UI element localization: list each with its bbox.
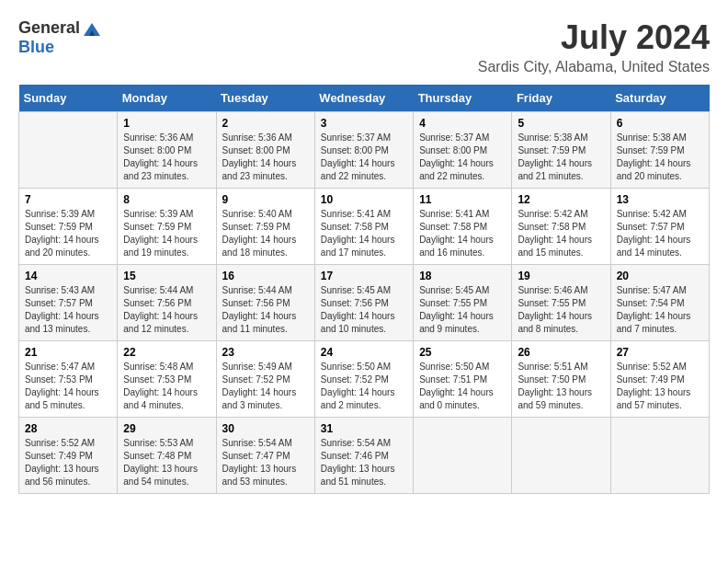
calendar-cell: 7Sunrise: 5:39 AM Sunset: 7:59 PM Daylig… [19,189,118,265]
day-info: Sunrise: 5:43 AM Sunset: 7:57 PM Dayligh… [25,284,111,336]
logo: General Blue [18,18,102,57]
day-info: Sunrise: 5:54 AM Sunset: 7:47 PM Dayligh… [222,437,309,488]
calendar-cell: 29Sunrise: 5:53 AM Sunset: 7:48 PM Dayli… [118,418,216,494]
day-number: 8 [123,193,210,206]
day-number: 14 [25,270,111,282]
logo-icon [82,21,102,38]
day-info: Sunrise: 5:49 AM Sunset: 7:52 PM Dayligh… [222,361,309,412]
day-info: Sunrise: 5:53 AM Sunset: 7:48 PM Dayligh… [123,437,210,488]
day-info: Sunrise: 5:39 AM Sunset: 7:59 PM Dayligh… [123,208,210,259]
day-number: 31 [321,422,407,435]
day-info: Sunrise: 5:36 AM Sunset: 8:00 PM Dayligh… [222,132,309,183]
calendar-cell: 16Sunrise: 5:44 AM Sunset: 7:56 PM Dayli… [216,265,314,341]
day-number: 5 [518,117,604,130]
calendar-cell: 31Sunrise: 5:54 AM Sunset: 7:46 PM Dayli… [314,418,413,494]
day-number: 1 [123,117,210,130]
day-number: 23 [222,346,309,359]
header-day-monday: Monday [118,85,216,112]
day-number: 25 [419,346,506,359]
calendar-cell: 12Sunrise: 5:42 AM Sunset: 7:58 PM Dayli… [512,189,610,265]
calendar-cell: 14Sunrise: 5:43 AM Sunset: 7:57 PM Dayli… [19,265,118,341]
calendar-cell [414,418,512,494]
day-number: 27 [617,346,703,359]
day-info: Sunrise: 5:45 AM Sunset: 7:55 PM Dayligh… [419,284,506,336]
day-info: Sunrise: 5:47 AM Sunset: 7:53 PM Dayligh… [25,361,111,412]
calendar-cell: 2Sunrise: 5:36 AM Sunset: 8:00 PM Daylig… [216,112,314,189]
day-info: Sunrise: 5:42 AM Sunset: 7:57 PM Dayligh… [617,208,703,259]
calendar-cell: 20Sunrise: 5:47 AM Sunset: 7:54 PM Dayli… [610,265,709,341]
day-number: 6 [617,117,703,130]
day-number: 18 [419,270,506,282]
day-info: Sunrise: 5:42 AM Sunset: 7:58 PM Dayligh… [518,208,604,259]
day-number: 22 [123,346,210,359]
day-info: Sunrise: 5:37 AM Sunset: 8:00 PM Dayligh… [321,132,407,183]
calendar-cell [610,418,709,494]
header-day-thursday: Thursday [414,85,512,112]
day-info: Sunrise: 5:36 AM Sunset: 8:00 PM Dayligh… [123,132,210,183]
calendar-cell: 17Sunrise: 5:45 AM Sunset: 7:56 PM Dayli… [314,265,413,341]
day-number: 10 [321,193,407,206]
calendar-cell: 21Sunrise: 5:47 AM Sunset: 7:53 PM Dayli… [19,341,118,418]
day-info: Sunrise: 5:44 AM Sunset: 7:56 PM Dayligh… [123,284,210,336]
day-number: 3 [321,117,407,130]
day-number: 13 [617,193,703,206]
header-day-wednesday: Wednesday [314,85,413,112]
day-number: 20 [617,270,703,282]
calendar-cell: 25Sunrise: 5:50 AM Sunset: 7:51 PM Dayli… [414,341,512,418]
day-info: Sunrise: 5:52 AM Sunset: 7:49 PM Dayligh… [617,361,703,412]
header-day-tuesday: Tuesday [216,85,314,112]
day-number: 19 [518,270,604,282]
day-info: Sunrise: 5:54 AM Sunset: 7:46 PM Dayligh… [321,437,407,488]
location-text: Sardis City, Alabama, United States [478,59,710,75]
calendar-week-4: 21Sunrise: 5:47 AM Sunset: 7:53 PM Dayli… [19,341,710,418]
day-info: Sunrise: 5:51 AM Sunset: 7:50 PM Dayligh… [518,361,604,412]
calendar-cell: 8Sunrise: 5:39 AM Sunset: 7:59 PM Daylig… [118,189,216,265]
header-day-saturday: Saturday [610,85,709,112]
calendar-body: 1Sunrise: 5:36 AM Sunset: 8:00 PM Daylig… [19,112,710,494]
day-number: 28 [25,422,111,435]
day-number: 12 [518,193,604,206]
month-year-title: July 2024 [478,18,710,57]
header-day-sunday: Sunday [19,85,118,112]
calendar-week-3: 14Sunrise: 5:43 AM Sunset: 7:57 PM Dayli… [19,265,710,341]
day-info: Sunrise: 5:41 AM Sunset: 7:58 PM Dayligh… [419,208,506,259]
calendar-cell: 11Sunrise: 5:41 AM Sunset: 7:58 PM Dayli… [414,189,512,265]
page-header: General Blue July 2024 Sardis City, Alab… [18,18,710,75]
day-info: Sunrise: 5:50 AM Sunset: 7:51 PM Dayligh… [419,361,506,412]
day-number: 21 [25,346,111,359]
day-info: Sunrise: 5:45 AM Sunset: 7:56 PM Dayligh… [321,284,407,336]
calendar-cell [512,418,610,494]
calendar-cell: 24Sunrise: 5:50 AM Sunset: 7:52 PM Dayli… [314,341,413,418]
day-number: 15 [123,270,210,282]
calendar-cell [19,112,118,189]
logo-general-text: General [18,18,80,38]
title-section: July 2024 Sardis City, Alabama, United S… [478,18,710,75]
header-row: SundayMondayTuesdayWednesdayThursdayFrid… [19,85,710,112]
calendar-cell: 23Sunrise: 5:49 AM Sunset: 7:52 PM Dayli… [216,341,314,418]
day-info: Sunrise: 5:38 AM Sunset: 7:59 PM Dayligh… [617,132,703,183]
calendar-cell: 15Sunrise: 5:44 AM Sunset: 7:56 PM Dayli… [118,265,216,341]
day-info: Sunrise: 5:44 AM Sunset: 7:56 PM Dayligh… [222,284,309,336]
calendar-cell: 10Sunrise: 5:41 AM Sunset: 7:58 PM Dayli… [314,189,413,265]
day-info: Sunrise: 5:37 AM Sunset: 8:00 PM Dayligh… [419,132,506,183]
day-number: 30 [222,422,309,435]
calendar-cell: 3Sunrise: 5:37 AM Sunset: 8:00 PM Daylig… [314,112,413,189]
calendar-cell: 13Sunrise: 5:42 AM Sunset: 7:57 PM Dayli… [610,189,709,265]
day-info: Sunrise: 5:48 AM Sunset: 7:53 PM Dayligh… [123,361,210,412]
calendar-cell: 6Sunrise: 5:38 AM Sunset: 7:59 PM Daylig… [610,112,709,189]
calendar-cell: 4Sunrise: 5:37 AM Sunset: 8:00 PM Daylig… [414,112,512,189]
day-number: 17 [321,270,407,282]
logo-blue-text: Blue [18,38,54,56]
calendar-table: SundayMondayTuesdayWednesdayThursdayFrid… [18,85,710,494]
day-info: Sunrise: 5:50 AM Sunset: 7:52 PM Dayligh… [321,361,407,412]
day-number: 4 [419,117,506,130]
calendar-cell: 26Sunrise: 5:51 AM Sunset: 7:50 PM Dayli… [512,341,610,418]
calendar-week-5: 28Sunrise: 5:52 AM Sunset: 7:49 PM Dayli… [19,418,710,494]
day-info: Sunrise: 5:38 AM Sunset: 7:59 PM Dayligh… [518,132,604,183]
calendar-cell: 5Sunrise: 5:38 AM Sunset: 7:59 PM Daylig… [512,112,610,189]
calendar-header: SundayMondayTuesdayWednesdayThursdayFrid… [19,85,710,112]
day-number: 7 [25,193,111,206]
day-number: 2 [222,117,309,130]
header-day-friday: Friday [512,85,610,112]
day-info: Sunrise: 5:52 AM Sunset: 7:49 PM Dayligh… [25,437,111,488]
